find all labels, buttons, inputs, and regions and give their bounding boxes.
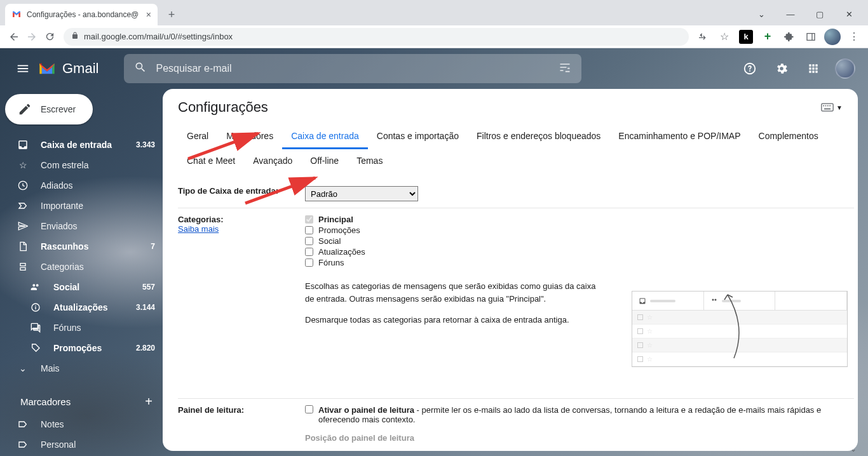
- category-checkbox[interactable]: [305, 248, 313, 256]
- reading-pane-checkbox[interactable]: [305, 405, 313, 413]
- tag-icon: [29, 343, 42, 353]
- gmail-favicon-icon: [11, 10, 22, 20]
- inbox-icon: [17, 139, 29, 151]
- sidebar-label-personal[interactable]: Personal: [5, 434, 163, 455]
- url-field[interactable]: mail.google.com/mail/u/0/#settings/inbox: [64, 28, 689, 46]
- chevron-down-icon[interactable]: ⌄: [752, 10, 770, 19]
- inbox-type-select[interactable]: Padrão: [305, 186, 418, 201]
- reading-list-icon[interactable]: [802, 28, 820, 46]
- categories-label-col: Categorias: Saiba mais: [178, 215, 305, 392]
- category-checkbox[interactable]: [305, 237, 313, 245]
- tab-temas[interactable]: Temas: [348, 149, 391, 172]
- tab-offline[interactable]: Off-line: [301, 149, 348, 172]
- main-menu-button[interactable]: [10, 56, 36, 81]
- share-icon[interactable]: [694, 28, 712, 46]
- profile-chrome-icon[interactable]: [824, 28, 841, 46]
- apps-icon[interactable]: [801, 56, 826, 81]
- tab-filtros[interactable]: Filtros e endereços bloqueados: [468, 124, 609, 149]
- sent-icon: [17, 221, 29, 231]
- important-icon: [17, 201, 29, 211]
- chrome-menu-icon[interactable]: ⋮: [845, 28, 863, 46]
- inbox-preview: ☆ ☆ ☆ ☆: [632, 291, 848, 367]
- sidebar-label: Rascunhos: [41, 241, 151, 251]
- search-options-icon[interactable]: [559, 61, 571, 76]
- category-foruns[interactable]: Fóruns: [305, 258, 854, 267]
- forward-button[interactable]: [23, 28, 41, 46]
- reload-button[interactable]: [41, 28, 58, 46]
- input-tools-button[interactable]: ▼: [821, 103, 843, 112]
- sidebar-item-promotions[interactable]: Promoções 2.820: [5, 338, 163, 358]
- sidebar-item-sent[interactable]: Enviados: [5, 216, 163, 236]
- category-label: Fóruns: [318, 258, 344, 267]
- category-label: Atualizações: [318, 247, 365, 257]
- window-controls: ⌄ ― ▢ ✕: [752, 10, 868, 25]
- sidebar-item-snoozed[interactable]: Adiados: [5, 175, 163, 196]
- page: Gmail E: [0, 48, 868, 456]
- url-text: mail.google.com/mail/u/0/#settings/inbox: [84, 32, 233, 41]
- sidebar-label: Caixa de entrada: [41, 140, 136, 150]
- back-button[interactable]: [5, 28, 23, 46]
- sidebar-item-social[interactable]: Social 557: [5, 277, 163, 297]
- sidebar-item-starred[interactable]: ☆ Com estrela: [5, 155, 163, 175]
- sidebar-item-more[interactable]: ⌄ Mais: [5, 358, 163, 379]
- label-icon: [17, 439, 29, 450]
- help-icon[interactable]: [737, 56, 763, 81]
- sidebar-item-inbox[interactable]: Caixa de entrada 3.343: [5, 135, 163, 155]
- learn-more-link[interactable]: Saiba mais: [178, 224, 219, 234]
- add-extension-icon[interactable]: +: [759, 28, 776, 46]
- reading-pane-label: Painel de leitura:: [178, 405, 305, 443]
- add-label-button[interactable]: +: [145, 394, 153, 409]
- star-icon: ☆: [17, 160, 29, 170]
- lock-icon: [71, 32, 79, 41]
- new-tab-button[interactable]: +: [163, 6, 180, 23]
- settings-tabs: Geral Marcadores Caixa de entrada Contas…: [163, 121, 858, 172]
- tab-marcadores[interactable]: Marcadores: [217, 124, 282, 149]
- row-inbox-type: Tipo de Caixa de entrada: Padrão: [178, 180, 854, 208]
- settings-title: Configurações: [178, 99, 268, 116]
- sidebar-item-forums[interactable]: Fóruns: [5, 318, 163, 338]
- extension-k-icon[interactable]: k: [737, 28, 755, 46]
- tab-complementos[interactable]: Complementos: [750, 124, 827, 149]
- sidebar-item-important[interactable]: Importante: [5, 196, 163, 216]
- search-input[interactable]: [156, 63, 559, 74]
- pencil-icon: [18, 102, 32, 116]
- search-box[interactable]: [124, 54, 581, 83]
- category-checkbox[interactable]: [305, 226, 313, 234]
- tab-encaminhamento[interactable]: Encaminhamento e POP/IMAP: [609, 124, 749, 149]
- category-atualizacoes[interactable]: Atualizações: [305, 247, 854, 257]
- forum-icon: [29, 323, 42, 333]
- svg-rect-3: [825, 105, 827, 107]
- category-label: Promoções: [318, 225, 360, 235]
- sidebar-label-notes[interactable]: Notes: [5, 414, 163, 434]
- chevron-right-icon: [17, 262, 29, 272]
- sidebar-label: Atualizações: [53, 302, 136, 312]
- gmail-logo[interactable]: Gmail: [38, 60, 98, 77]
- category-promocoes[interactable]: Promoções: [305, 225, 854, 235]
- tab-avancado[interactable]: Avançado: [244, 149, 301, 172]
- close-tab-icon[interactable]: ×: [146, 10, 151, 20]
- tab-caixa-entrada[interactable]: Caixa de entrada: [282, 124, 368, 149]
- sidebar-item-updates[interactable]: Atualizações 3.144: [5, 297, 163, 318]
- settings-icon[interactable]: [769, 56, 794, 81]
- sidebar-item-drafts[interactable]: Rascunhos 7: [5, 236, 163, 257]
- keyboard-icon: [821, 103, 834, 112]
- account-avatar[interactable]: [832, 56, 858, 81]
- close-window-button[interactable]: ✕: [840, 10, 858, 19]
- category-social[interactable]: Social: [305, 236, 854, 246]
- star-icon[interactable]: ☆: [715, 28, 733, 46]
- sidebar-count: 557: [142, 283, 155, 292]
- sidebar-item-categories[interactable]: Categorias: [5, 257, 163, 277]
- labels-header-text: Marcadores: [20, 396, 71, 407]
- tab-geral[interactable]: Geral: [178, 124, 217, 149]
- compose-button[interactable]: Escrever: [5, 94, 93, 124]
- row-categories: Categorias: Saiba mais Principal Promoçõ…: [178, 208, 854, 399]
- reading-pane-bold: Ativar o painel de leitura: [318, 405, 414, 415]
- browser-tab[interactable]: Configurações - ana.bondance@ ×: [5, 4, 158, 25]
- category-checkbox[interactable]: [305, 258, 313, 267]
- minimize-button[interactable]: ―: [782, 10, 799, 19]
- extensions-icon[interactable]: [780, 28, 798, 46]
- label-icon: [17, 419, 29, 429]
- tab-chat-meet[interactable]: Chat e Meet: [178, 149, 244, 172]
- tab-contas[interactable]: Contas e importação: [368, 124, 468, 149]
- maximize-button[interactable]: ▢: [811, 10, 829, 19]
